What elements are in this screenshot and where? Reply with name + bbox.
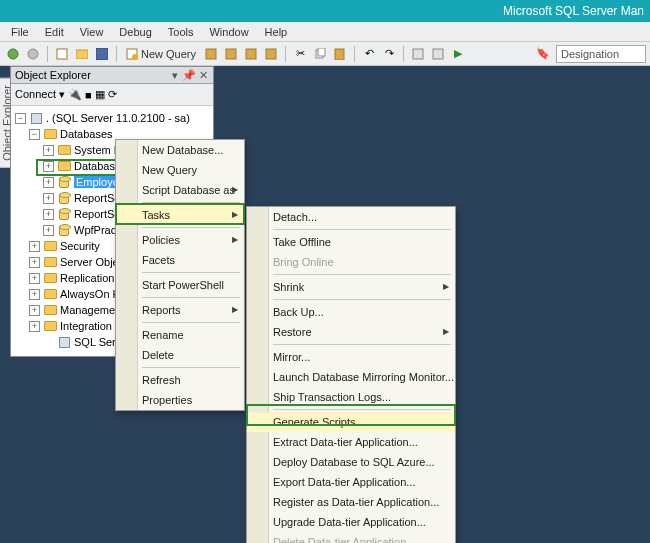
menu-view[interactable]: View	[73, 24, 111, 40]
svg-rect-12	[318, 48, 325, 56]
cut-icon[interactable]: ✂	[291, 45, 309, 63]
paste-icon[interactable]	[331, 45, 349, 63]
tb-icon-3[interactable]	[242, 45, 260, 63]
menu-tools[interactable]: Tools	[161, 24, 201, 40]
svg-rect-8	[226, 49, 236, 59]
panel-caption: Object Explorer ▾ 📌 ✕	[11, 67, 213, 84]
objexp-tb-2[interactable]: ■	[85, 89, 92, 101]
copy-icon[interactable]	[311, 45, 329, 63]
task-detach[interactable]: Detach...	[247, 207, 455, 227]
open-icon[interactable]	[73, 45, 91, 63]
ctx-new-database[interactable]: New Database...	[116, 140, 244, 160]
svg-rect-10	[266, 49, 276, 59]
svg-rect-9	[246, 49, 256, 59]
context-menu-tasks: Detach... Take Offline Bring Online Shri…	[246, 206, 456, 543]
menu-file[interactable]: File	[4, 24, 36, 40]
ctx-powershell[interactable]: Start PowerShell	[116, 275, 244, 295]
objexp-tb-3[interactable]: ▦	[95, 88, 105, 101]
task-shrink[interactable]: Shrink	[247, 277, 455, 297]
panel-title: Object Explorer	[15, 69, 167, 81]
svg-point-0	[8, 49, 18, 59]
task-backup[interactable]: Back Up...	[247, 302, 455, 322]
svg-rect-14	[413, 49, 423, 59]
task-upgrade-dt[interactable]: Upgrade Data-tier Application...	[247, 512, 455, 532]
svg-point-6	[132, 54, 138, 60]
ctx-refresh[interactable]: Refresh	[116, 370, 244, 390]
menu-help[interactable]: Help	[258, 24, 295, 40]
menu-window[interactable]: Window	[202, 24, 255, 40]
menubar: File Edit View Debug Tools Window Help	[0, 22, 650, 42]
objexp-tb-1[interactable]: 🔌	[68, 88, 82, 101]
task-take-offline[interactable]: Take Offline	[247, 232, 455, 252]
svg-rect-7	[206, 49, 216, 59]
ctx-properties[interactable]: Properties	[116, 390, 244, 410]
find-icon[interactable]: 🔖	[534, 45, 552, 63]
tree-root[interactable]: −. (SQL Server 11.0.2100 - sa)	[13, 110, 211, 126]
find-combo[interactable]: Designation	[556, 45, 646, 63]
task-ship-logs[interactable]: Ship Transaction Logs...	[247, 387, 455, 407]
ctx-reports[interactable]: Reports	[116, 300, 244, 320]
tb-icon-4[interactable]	[262, 45, 280, 63]
task-export-dt[interactable]: Export Data-tier Application...	[247, 472, 455, 492]
app-title: Microsoft SQL Server Man	[503, 4, 644, 18]
svg-rect-2	[57, 49, 67, 59]
task-mirror[interactable]: Mirror...	[247, 347, 455, 367]
close-icon[interactable]: ✕	[197, 69, 209, 81]
task-extract-dt[interactable]: Extract Data-tier Application...	[247, 432, 455, 452]
task-register-dt[interactable]: Register as Data-tier Application...	[247, 492, 455, 512]
task-deploy-azure[interactable]: Deploy Database to SQL Azure...	[247, 452, 455, 472]
ctx-tasks[interactable]: Tasks	[116, 205, 244, 225]
task-launch-mirroring[interactable]: Launch Database Mirroring Monitor...	[247, 367, 455, 387]
context-menu-database: New Database... New Query Script Databas…	[115, 139, 245, 411]
new-query-button[interactable]: New Query	[122, 45, 200, 63]
ctx-script-database[interactable]: Script Database as	[116, 180, 244, 200]
ctx-facets[interactable]: Facets	[116, 250, 244, 270]
menu-edit[interactable]: Edit	[38, 24, 71, 40]
dropdown-icon[interactable]: ▾	[169, 69, 181, 81]
task-bring-online: Bring Online	[247, 252, 455, 272]
redo-icon[interactable]: ↷	[380, 45, 398, 63]
ctx-new-query[interactable]: New Query	[116, 160, 244, 180]
ctx-delete[interactable]: Delete	[116, 345, 244, 365]
objexp-toolbar: Connect ▾ 🔌 ■ ▦ ⟳	[11, 84, 213, 106]
save-icon[interactable]	[93, 45, 111, 63]
svg-rect-4	[96, 48, 108, 60]
svg-rect-15	[433, 49, 443, 59]
svg-rect-3	[76, 50, 88, 59]
svg-rect-13	[335, 49, 344, 60]
tb-icon-6[interactable]	[429, 45, 447, 63]
task-generate-scripts[interactable]: Generate Scripts...	[247, 412, 455, 432]
svg-point-1	[28, 49, 38, 59]
forward-button[interactable]	[24, 45, 42, 63]
new-project-icon[interactable]	[53, 45, 71, 63]
tb-icon-1[interactable]	[202, 45, 220, 63]
undo-icon[interactable]: ↶	[360, 45, 378, 63]
task-delete-dt: Delete Data-tier Application...	[247, 532, 455, 543]
task-restore[interactable]: Restore	[247, 322, 455, 342]
connect-button[interactable]: Connect ▾	[15, 88, 65, 101]
tb-icon-5[interactable]	[409, 45, 427, 63]
pin-icon[interactable]: 📌	[183, 69, 195, 81]
play-icon[interactable]: ▶	[449, 45, 467, 63]
objexp-tb-4[interactable]: ⟳	[108, 88, 117, 101]
tb-icon-2[interactable]	[222, 45, 240, 63]
ctx-policies[interactable]: Policies	[116, 230, 244, 250]
main-toolbar: New Query ✂ ↶ ↷ ▶ 🔖 Designation	[0, 42, 650, 66]
ctx-rename[interactable]: Rename	[116, 325, 244, 345]
back-button[interactable]	[4, 45, 22, 63]
window-titlebar: Microsoft SQL Server Man	[0, 0, 650, 22]
menu-debug[interactable]: Debug	[112, 24, 158, 40]
